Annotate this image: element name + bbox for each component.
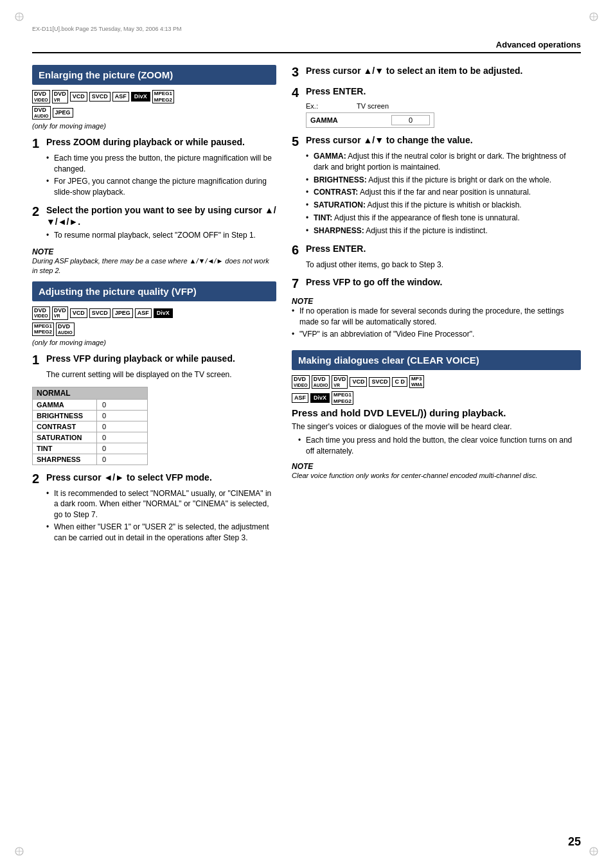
zoom-note: NOTE During ASF playback, there may be a… [32,247,276,276]
gamma-display-val: 0 [391,115,430,125]
zoom-note-title: NOTE [32,247,276,256]
zoom-step1-header: 1 Press ZOOM during playback or while pa… [32,136,276,150]
vfp-row-brightness: BRIGHTNESS 0 [33,410,147,421]
gamma-display-row: GAMMA 0 [306,113,434,127]
vfp-badge-dvd-video: DVD VIDEO [32,306,50,320]
tv-label: TV screen [357,102,389,110]
zoom-only-note: (only for moving image) [32,122,276,130]
cv-badge-svcd: SVCD [369,377,390,387]
corner-mark-bl [14,846,24,856]
vfp-step2-title: Press cursor ◄/► to select VFP mode. [46,472,212,483]
vfp-step1-body: The current setting will be displayed on… [46,369,276,380]
badge-divx: DivX [131,92,150,102]
vfp-val-sharpness: 0 [97,454,111,465]
badge-jpeg: JPEG [53,108,73,118]
badge-dvd-video: DVD VIDEO [32,90,50,103]
vfp-row-sharpness: SHARPNESS 0 [33,454,147,465]
zoom-badges: DVD VIDEO DVD VR VCD SVCD ASF DivX MPEG1… [32,90,276,103]
right-step3-title: Press cursor ▲/▼ to select an item to be… [306,65,522,76]
page-number: 25 [568,835,581,849]
zoom-step2-header: 2 Select the portion you want to see by … [32,204,276,227]
vfp-step1-num: 1 [32,353,46,367]
vfp-table-header: NORMAL [33,387,147,399]
zoom-badges-row2: DVD AUDIO JPEG [32,106,276,120]
vfp-badges-row1: DVD VIDEO DVD VR VCD SVCD JPEG ASF DivX [32,306,276,320]
badge-dvd-audio: DVD AUDIO [32,106,51,120]
right-step3: 3 Press cursor ▲/▼ to select an item to … [292,65,581,79]
vfp-only-note: (only for moving image) [32,339,276,346]
main-content: Enlarging the picture (ZOOM) DVD VIDEO D… [32,65,581,550]
cv-badge-asf: ASF [292,393,308,403]
vfp-row-tint: TINT 0 [33,443,147,454]
cv-note: NOTE Clear voice function only works for… [292,462,581,481]
cv-badge-cd: C D [392,377,407,387]
right-column: 3 Press cursor ▲/▼ to select an item to … [292,65,581,550]
vfp-val-tint: 0 [97,443,111,454]
vfp-table: NORMAL GAMMA 0 BRIGHTNESS 0 CONTRAST 0 S… [32,387,148,465]
vfp-label-tint: TINT [33,443,97,454]
badge-svcd: SVCD [89,92,111,102]
clear-voice-heading: Making dialogues clear (CLEAR VOICE) [292,350,581,370]
right-step5-num: 5 [292,134,306,148]
vfp-badge-divx: DivX [154,308,173,318]
vfp-step2: 2 Press cursor ◄/► to select VFP mode. I… [32,472,276,544]
right-note-bullet2: "VFP" is an abbreviation of "Video Fine … [292,329,581,340]
zoom-step2-num: 2 [32,204,46,218]
vfp-section-heading: Adjusting the picture quality (VFP) [32,281,276,301]
badge-asf: ASF [112,92,129,102]
vfp-badge-vcd: VCD [70,308,87,318]
right-step6: 6 Press ENTER. To adjust other items, go… [292,243,581,270]
zoom-step2-title: Select the portion you want to see by us… [46,204,276,227]
zoom-step1-bullets: Each time you press the button, the pict… [46,153,276,197]
badge-mpeg1-mpeg2: MPEG1 MPEG2 [152,90,174,103]
vfp-row-contrast: CONTRAST 0 [33,421,147,432]
vfp-label-sharpness: SHARPNESS [33,454,97,465]
vfp-step1-title: Press VFP during playback or while pause… [46,353,235,364]
right-step4-num: 4 [292,85,306,100]
vfp-step2-header: 2 Press cursor ◄/► to select VFP mode. [32,472,276,486]
right-step7-title: Press VFP to go off the window. [306,276,442,288]
cv-badge-dvd-audio: DVD AUDIO [312,375,330,389]
vfp-badge-asf: ASF [135,308,152,318]
cv-badges-row2: ASF DivX MPEG1 MPEG2 [292,391,581,405]
page-title: Advanced operations [496,40,581,49]
cv-bullet1: Each time you press and hold the button,… [298,435,581,457]
corner-mark-tr [589,12,599,22]
zoom-step1-bullet2: For JPEG, you cannot change the picture … [46,176,276,198]
right-step4-title: Press ENTER. [306,85,366,97]
cv-bullets: Each time you press and hold the button,… [298,435,581,457]
right-note-bullet1: If no operation is made for several seco… [292,306,581,328]
right-step7: 7 Press VFP to go off the window. [292,276,581,290]
vfp-badge-svcd: SVCD [89,308,111,318]
gamma-display-label: GAMMA [310,116,391,124]
clear-voice-section: Making dialogues clear (CLEAR VOICE) DVD… [292,350,581,481]
cv-badge-vcd: VCD [350,377,367,387]
right-step3-num: 3 [292,65,306,79]
right-step4: 4 Press ENTER. Ex.: TV screen GAMMA 0 [292,85,581,128]
adj-gamma: GAMMA: Adjust this if the neutral color … [306,151,581,173]
corner-mark-br [589,846,599,856]
right-step4-header: 4 Press ENTER. [292,85,581,100]
vfp-step2-bullet2: When either "USER 1" or "USER 2" is sele… [46,522,276,544]
zoom-step2-bullets: To resume normal playback, select "ZOOM … [46,230,276,241]
vfp-label-contrast: CONTRAST [33,421,97,432]
badge-dvd-vr: DVD VR [52,90,68,103]
cv-note-text: Clear voice function only works for cent… [292,471,581,481]
right-step5-header: 5 Press cursor ▲/▼ to change the value. [292,134,581,148]
adj-sharpness: SHARPNESS: Adjust this if the picture is… [306,226,581,236]
right-step7-num: 7 [292,276,306,290]
cv-badge-mpeg1: MPEG1 MPEG2 [332,391,353,405]
vfp-val-brightness: 0 [97,411,111,421]
right-note: NOTE If no operation is made for several… [292,297,581,339]
cv-main-title: Press and hold DVD LEVEL/)) during playb… [292,407,581,418]
cv-badges-row1: DVD VIDEO DVD AUDIO DVD VR VCD SVCD C D [292,375,581,389]
adj-tint: TINT: Adjust this if the appearance of f… [306,213,581,224]
adjust-bullets: GAMMA: Adjust this if the neutral color … [306,151,581,236]
cv-body: The singer's voices or dialogues of the … [292,421,581,432]
right-note-title: NOTE [292,297,581,306]
file-note: EX-D11[U].book Page 25 Tuesday, May 30, … [32,26,581,32]
zoom-step1: 1 Press ZOOM during playback or while pa… [32,136,276,197]
right-step5: 5 Press cursor ▲/▼ to change the value. … [292,134,581,236]
adj-saturation: SATURATION: Adjust this if the picture i… [306,200,581,211]
vfp-row-gamma: GAMMA 0 [33,399,147,410]
